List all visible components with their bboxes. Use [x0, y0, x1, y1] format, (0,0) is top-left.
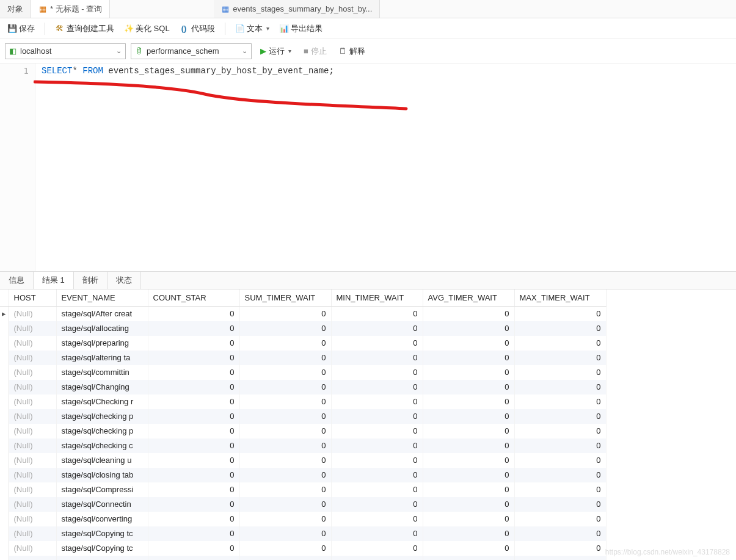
- col-event_name[interactable]: EVENT_NAME: [56, 289, 148, 307]
- col-host[interactable]: HOST: [9, 289, 56, 307]
- cell-host[interactable]: (Null): [9, 526, 56, 541]
- code-area[interactable]: SELECT* FROM events_stages_summary_by_ho…: [35, 64, 736, 271]
- cell-value[interactable]: 0: [331, 453, 423, 468]
- tab-table[interactable]: ▦ events_stages_summary_by_host_by...: [214, 0, 380, 18]
- cell-value[interactable]: 0: [423, 497, 514, 512]
- cell-value[interactable]: 0: [423, 468, 514, 482]
- cell-event-name[interactable]: stage/sql/Checking r: [56, 395, 148, 409]
- col-sum_timer_wait[interactable]: SUM_TIMER_WAIT: [239, 289, 331, 307]
- cell-host[interactable]: (Null): [9, 424, 56, 438]
- cell-value[interactable]: 0: [331, 497, 423, 512]
- cell-value[interactable]: 0: [239, 380, 331, 395]
- cell-value[interactable]: 0: [331, 380, 423, 395]
- cell-value[interactable]: 0: [331, 409, 423, 424]
- cell-value[interactable]: 0: [148, 453, 239, 468]
- cell-value[interactable]: 0: [514, 438, 606, 453]
- cell-event-name[interactable]: stage/sql/checking p: [56, 424, 148, 438]
- cell-value[interactable]: 0: [148, 438, 239, 453]
- table-row[interactable]: (Null)stage/sql/altering ta00000: [0, 351, 606, 365]
- cell-value[interactable]: 0: [239, 365, 331, 380]
- cell-value[interactable]: 0: [423, 336, 514, 351]
- cell-value[interactable]: 0: [423, 556, 514, 561]
- cell-host[interactable]: (Null): [9, 409, 56, 424]
- cell-value[interactable]: 0: [148, 468, 239, 482]
- cell-value[interactable]: 0: [239, 482, 331, 497]
- cell-value[interactable]: 0: [514, 365, 606, 380]
- table-row[interactable]: (Null)stage/sql/preparing 00000: [0, 336, 606, 351]
- cell-value[interactable]: 0: [514, 512, 606, 526]
- table-row[interactable]: (Null)stage/sql/checking p00000: [0, 409, 606, 424]
- snippet-button[interactable]: () 代码段: [177, 22, 217, 35]
- cell-value[interactable]: 0: [148, 497, 239, 512]
- cell-value[interactable]: 0: [239, 512, 331, 526]
- cell-value[interactable]: 0: [423, 526, 514, 541]
- cell-event-name[interactable]: stage/sql/cleaning u: [56, 453, 148, 468]
- cell-value[interactable]: 0: [331, 307, 423, 321]
- run-button[interactable]: ▶ 运行 ▾: [257, 45, 295, 58]
- export-button[interactable]: 📊 导出结果: [277, 22, 325, 35]
- cell-event-name[interactable]: stage/sql/converting: [56, 512, 148, 526]
- col-min_timer_wait[interactable]: MIN_TIMER_WAIT: [331, 289, 423, 307]
- cell-value[interactable]: 0: [148, 541, 239, 556]
- cell-value[interactable]: 0: [239, 409, 331, 424]
- cell-event-name[interactable]: stage/sql/Changing: [56, 380, 148, 395]
- cell-host[interactable]: (Null): [9, 351, 56, 365]
- table-row[interactable]: (Null)stage/sql/Copying tc00000: [0, 541, 606, 556]
- cell-value[interactable]: 0: [514, 453, 606, 468]
- cell-value[interactable]: 0: [239, 453, 331, 468]
- cell-value[interactable]: 0: [514, 307, 606, 321]
- table-row[interactable]: (Null)stage/sql/closing tab00000: [0, 468, 606, 482]
- cell-value[interactable]: 0: [423, 424, 514, 438]
- cell-host[interactable]: (Null): [9, 468, 56, 482]
- table-row[interactable]: (Null)stage/sql/copy to tm00000: [0, 556, 606, 561]
- query-builder-button[interactable]: 🛠 查询创建工具: [53, 22, 117, 35]
- cell-value[interactable]: 0: [514, 336, 606, 351]
- cell-event-name[interactable]: stage/sql/After creat: [56, 307, 148, 321]
- cell-value[interactable]: 0: [148, 380, 239, 395]
- table-row[interactable]: (Null)stage/sql/allocating 00000: [0, 321, 606, 336]
- cell-event-name[interactable]: stage/sql/Copying tc: [56, 526, 148, 541]
- cell-value[interactable]: 0: [148, 365, 239, 380]
- cell-value[interactable]: 0: [239, 351, 331, 365]
- cell-value[interactable]: 0: [148, 336, 239, 351]
- cell-value[interactable]: 0: [148, 424, 239, 438]
- cell-value[interactable]: 0: [239, 307, 331, 321]
- cell-value[interactable]: 0: [148, 321, 239, 336]
- table-row[interactable]: ▸(Null)stage/sql/After creat00000: [0, 307, 606, 321]
- cell-host[interactable]: (Null): [9, 497, 56, 512]
- cell-value[interactable]: 0: [514, 497, 606, 512]
- cell-value[interactable]: 0: [423, 307, 514, 321]
- cell-event-name[interactable]: stage/sql/closing tab: [56, 468, 148, 482]
- cell-value[interactable]: 0: [423, 321, 514, 336]
- cell-host[interactable]: (Null): [9, 365, 56, 380]
- cell-value[interactable]: 0: [514, 556, 606, 561]
- stop-button[interactable]: ■ 停止: [300, 45, 330, 58]
- cell-event-name[interactable]: stage/sql/Compressi: [56, 482, 148, 497]
- connection-select[interactable]: ◧ localhost ⌄: [5, 43, 126, 59]
- cell-event-name[interactable]: stage/sql/Copying tc: [56, 541, 148, 556]
- cell-value[interactable]: 0: [514, 321, 606, 336]
- cell-value[interactable]: 0: [331, 351, 423, 365]
- cell-value[interactable]: 0: [423, 365, 514, 380]
- cell-value[interactable]: 0: [331, 541, 423, 556]
- cell-value[interactable]: 0: [331, 365, 423, 380]
- cell-host[interactable]: (Null): [9, 321, 56, 336]
- cell-value[interactable]: 0: [514, 468, 606, 482]
- table-row[interactable]: (Null)stage/sql/Copying tc00000: [0, 526, 606, 541]
- cell-host[interactable]: (Null): [9, 453, 56, 468]
- cell-value[interactable]: 0: [148, 556, 239, 561]
- table-row[interactable]: (Null)stage/sql/committin00000: [0, 365, 606, 380]
- cell-host[interactable]: (Null): [9, 336, 56, 351]
- cell-host[interactable]: (Null): [9, 395, 56, 409]
- cell-value[interactable]: 0: [239, 395, 331, 409]
- beautify-button[interactable]: ✨ 美化 SQL: [122, 22, 172, 35]
- cell-value[interactable]: 0: [331, 482, 423, 497]
- cell-value[interactable]: 0: [423, 409, 514, 424]
- cell-value[interactable]: 0: [423, 380, 514, 395]
- cell-value[interactable]: 0: [239, 424, 331, 438]
- table-row[interactable]: (Null)stage/sql/checking c00000: [0, 438, 606, 453]
- cell-value[interactable]: 0: [331, 438, 423, 453]
- cell-value[interactable]: 0: [514, 482, 606, 497]
- cell-value[interactable]: 0: [239, 541, 331, 556]
- cell-host[interactable]: (Null): [9, 556, 56, 561]
